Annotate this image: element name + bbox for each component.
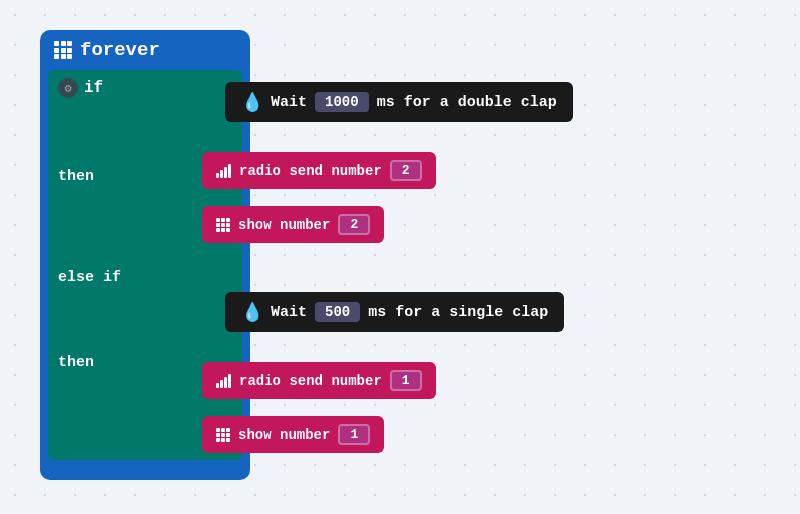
wait-block-2: 💧 Wait 500 ms for a single clap — [225, 292, 564, 332]
droplet-icon-1: 💧 — [241, 91, 263, 113]
show-number-value-2: 1 — [338, 424, 370, 445]
wait-label-2: Wait — [271, 304, 307, 321]
wait-value-2: 500 — [315, 302, 360, 322]
radio-send-label-2: radio send number — [239, 373, 382, 389]
forever-block: forever ⚙ if then else if then — [40, 30, 250, 480]
forever-header: forever — [40, 30, 250, 70]
show-number-value-1: 2 — [338, 214, 370, 235]
inner-teal: ⚙ if then else if then — [48, 70, 242, 460]
show-number-label-1: show number — [238, 217, 330, 233]
signal-icon-1 — [216, 164, 231, 178]
radio-send-block-2: radio send number 1 — [202, 362, 436, 399]
forever-label: forever — [80, 39, 160, 61]
radio-send-value-2: 1 — [390, 370, 422, 391]
show-number-label-2: show number — [238, 427, 330, 443]
wait-suffix-1: ms for a double clap — [377, 94, 557, 111]
if-label: if — [84, 79, 103, 97]
radio-send-block-1: radio send number 2 — [202, 152, 436, 189]
radio-send-label-1: radio send number — [239, 163, 382, 179]
gear-icon: ⚙ — [58, 78, 78, 98]
wait-block-1: 💧 Wait 1000 ms for a double clap — [225, 82, 573, 122]
forever-grid-icon — [54, 41, 72, 59]
show-number-block-1: show number 2 — [202, 206, 384, 243]
wait-value-1: 1000 — [315, 92, 369, 112]
grid-icon-show-2 — [216, 428, 230, 442]
grid-icon-show-1 — [216, 218, 230, 232]
signal-icon-2 — [216, 374, 231, 388]
show-number-block-2: show number 1 — [202, 416, 384, 453]
if-row: ⚙ if — [48, 70, 242, 106]
droplet-icon-2: 💧 — [241, 301, 263, 323]
radio-send-value-1: 2 — [390, 160, 422, 181]
wait-suffix-2: ms for a single clap — [368, 304, 548, 321]
wait-label-1: Wait — [271, 94, 307, 111]
